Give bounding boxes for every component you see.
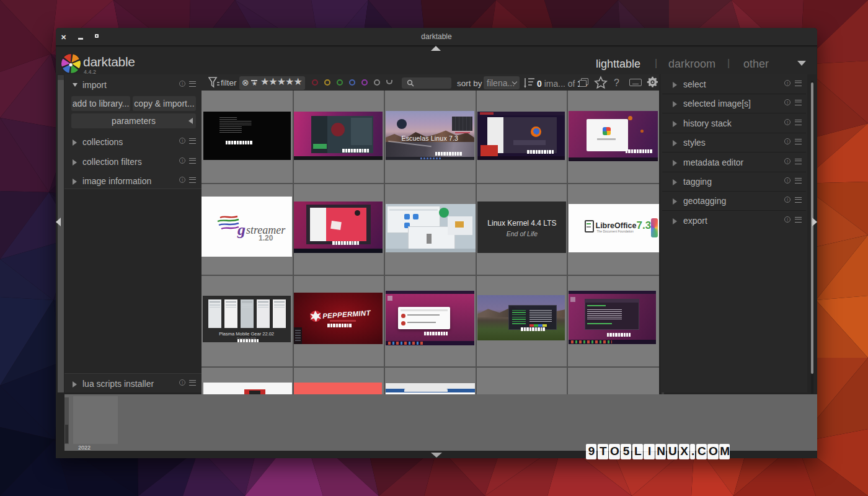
svg-text:PEPPERMINT: PEPPERMINT (322, 309, 371, 319)
svg-text:g: g (237, 221, 246, 239)
